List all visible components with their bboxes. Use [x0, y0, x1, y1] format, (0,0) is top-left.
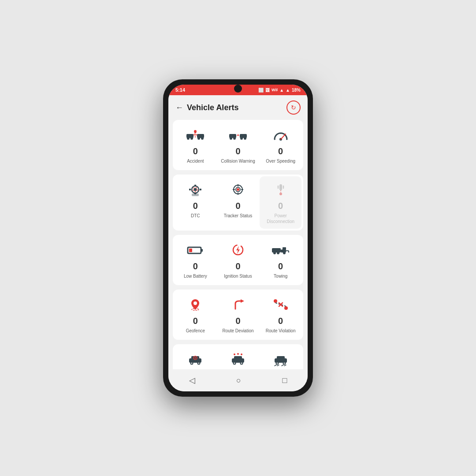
alert-towing[interactable]: 0 Towing [260, 237, 301, 283]
route-violation-icon [271, 297, 290, 312]
svg-point-73 [195, 357, 196, 359]
svg-point-35 [237, 188, 239, 191]
alert-sudden-stoppage[interactable]: 0 Sudden Stoppage [260, 346, 301, 369]
alert-low-battery[interactable]: 0 Low Battery [175, 237, 216, 283]
svg-rect-84 [277, 356, 285, 360]
alert-long-idle[interactable]: 0 Long Idle [175, 346, 216, 369]
battery-icon: 18% [292, 88, 301, 93]
svg-point-4 [190, 137, 193, 140]
svg-point-88 [283, 363, 285, 364]
svg-point-79 [241, 363, 242, 364]
power-disconnection-icon [271, 182, 290, 197]
alert-over-speeding[interactable]: 0 Over Speeding [260, 122, 301, 168]
tracker-status-icon [228, 182, 248, 197]
svg-point-15 [233, 137, 236, 140]
header: ← Vehicle Alerts ↻ [168, 95, 308, 120]
alert-power-disconnection[interactable]: 0 Power Disconnection [260, 176, 301, 229]
svg-point-55 [277, 252, 279, 254]
refresh-button[interactable]: ↻ [286, 100, 301, 115]
accident-icon [186, 127, 205, 143]
page-title: Vehicle Alerts [187, 103, 238, 112]
route-deviation-label: Route Deviation [222, 328, 253, 334]
screen-icon: ⬜ [258, 88, 264, 93]
alert-ignition-status[interactable]: 0 Ignition Status [217, 237, 259, 283]
alert-list: 0 Accident ! [168, 120, 308, 369]
alert-route-violation[interactable]: 0 Route Violation [260, 291, 301, 338]
phone-frame: 5:14 ⬜ 🖼 WiFi ▲ ▲ 18% ← Vehicle Alerts ↻ [163, 79, 313, 397]
svg-line-92 [284, 365, 286, 366]
svg-point-5 [197, 137, 200, 140]
low-battery-icon [186, 242, 205, 258]
alert-route-deviation[interactable]: 0 Route Deviation [217, 291, 259, 338]
svg-rect-47 [189, 249, 192, 252]
sudden-stoppage-icon [271, 351, 290, 367]
signal-icon: ▲ [279, 88, 284, 93]
svg-point-78 [234, 363, 235, 364]
svg-rect-51 [272, 248, 281, 253]
svg-point-71 [198, 363, 200, 364]
nav-back-button[interactable]: ◁ [180, 374, 204, 387]
collision-warning-count: 0 [235, 146, 240, 156]
svg-line-90 [277, 365, 279, 366]
svg-point-63 [284, 306, 288, 310]
alert-long-stoppage[interactable]: 0 Long Stoppage [217, 346, 259, 369]
svg-point-62 [274, 299, 277, 303]
svg-point-14 [230, 137, 232, 140]
svg-point-56 [283, 252, 286, 254]
dtc-count: 0 [193, 201, 198, 211]
alert-geofence[interactable]: 0 Geofence [175, 291, 216, 338]
route-violation-label: Route Violation [266, 328, 296, 334]
towing-icon [271, 242, 290, 258]
alert-accident[interactable]: 0 Accident [175, 122, 216, 168]
svg-rect-53 [283, 247, 286, 250]
power-disconnection-label: Power Disconnection [262, 213, 299, 224]
long-idle-icon [186, 351, 205, 367]
svg-line-89 [275, 365, 276, 366]
svg-rect-30 [200, 189, 201, 190]
low-battery-count: 0 [193, 261, 198, 271]
svg-point-59 [193, 301, 197, 305]
svg-point-11 [194, 130, 197, 133]
svg-point-44 [279, 193, 282, 195]
collision-warning-label: Collision Warning [221, 158, 255, 164]
back-button[interactable]: ← [175, 103, 183, 112]
nav-home-button[interactable]: ○ [227, 374, 250, 387]
geofence-label: Geofence [186, 328, 205, 334]
alert-collision-warning[interactable]: ! 0 Collision Warning [217, 122, 259, 168]
svg-point-6 [201, 137, 204, 140]
svg-point-54 [273, 252, 276, 254]
alert-tracker-status[interactable]: 0 Tracker Status [217, 176, 259, 229]
bottom-nav: ◁ ○ □ [168, 369, 308, 391]
svg-point-70 [191, 363, 193, 364]
svg-text:WiFi: WiFi [271, 88, 278, 92]
svg-rect-40 [279, 184, 282, 190]
svg-line-21 [281, 134, 286, 139]
route-deviation-count: 0 [235, 316, 240, 326]
alert-section-3: 0 Low Battery 0 Ignition Status [173, 235, 303, 285]
ignition-status-label: Ignition Status [224, 273, 252, 279]
alert-section-2: 0 DTC [173, 175, 303, 231]
svg-point-26 [194, 188, 197, 191]
svg-rect-29 [189, 189, 191, 190]
long-stoppage-icon [228, 351, 248, 367]
collision-warning-icon: ! [228, 127, 248, 143]
alert-section-4: 0 Geofence 0 Route Deviation [173, 290, 303, 340]
geofence-count: 0 [193, 316, 198, 326]
header-left: ← Vehicle Alerts [175, 103, 238, 112]
route-deviation-icon [228, 297, 248, 312]
accident-count: 0 [193, 146, 198, 156]
ignition-status-count: 0 [235, 261, 240, 271]
svg-text:!: ! [238, 134, 238, 136]
svg-marker-50 [236, 246, 240, 254]
dtc-label: DTC [191, 213, 200, 219]
nav-recent-button[interactable]: □ [273, 374, 296, 387]
towing-label: Towing [274, 273, 287, 279]
accident-label: Accident [187, 158, 204, 164]
svg-point-87 [276, 363, 278, 364]
dtc-icon [186, 182, 205, 197]
svg-point-82 [241, 353, 242, 355]
over-speeding-count: 0 [278, 146, 283, 156]
over-speeding-icon [271, 127, 290, 143]
power-disconnection-count: 0 [278, 201, 283, 211]
alert-dtc[interactable]: 0 DTC [175, 176, 216, 229]
